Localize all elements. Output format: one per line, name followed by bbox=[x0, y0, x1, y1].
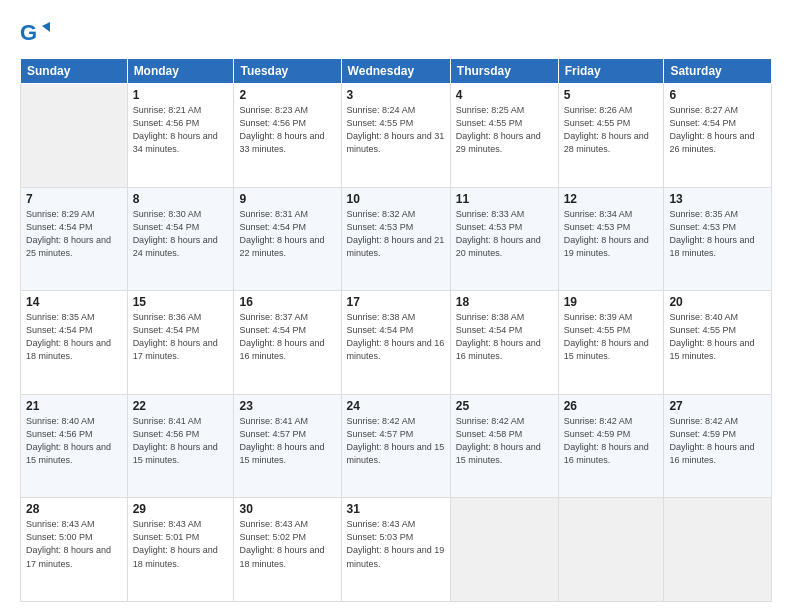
day-number: 25 bbox=[456, 399, 553, 413]
day-cell: 17Sunrise: 8:38 AMSunset: 4:54 PMDayligh… bbox=[341, 291, 450, 395]
svg-text:G: G bbox=[20, 20, 37, 45]
day-number: 19 bbox=[564, 295, 659, 309]
day-cell: 18Sunrise: 8:38 AMSunset: 4:54 PMDayligh… bbox=[450, 291, 558, 395]
day-cell: 13Sunrise: 8:35 AMSunset: 4:53 PMDayligh… bbox=[664, 187, 772, 291]
day-number: 26 bbox=[564, 399, 659, 413]
day-cell: 24Sunrise: 8:42 AMSunset: 4:57 PMDayligh… bbox=[341, 394, 450, 498]
day-cell: 19Sunrise: 8:39 AMSunset: 4:55 PMDayligh… bbox=[558, 291, 664, 395]
day-number: 6 bbox=[669, 88, 766, 102]
day-info: Sunrise: 8:41 AMSunset: 4:56 PMDaylight:… bbox=[133, 415, 229, 467]
day-info: Sunrise: 8:43 AMSunset: 5:03 PMDaylight:… bbox=[347, 518, 445, 570]
day-number: 12 bbox=[564, 192, 659, 206]
week-row-4: 21Sunrise: 8:40 AMSunset: 4:56 PMDayligh… bbox=[21, 394, 772, 498]
day-cell: 8Sunrise: 8:30 AMSunset: 4:54 PMDaylight… bbox=[127, 187, 234, 291]
col-header-friday: Friday bbox=[558, 59, 664, 84]
day-cell: 31Sunrise: 8:43 AMSunset: 5:03 PMDayligh… bbox=[341, 498, 450, 602]
day-info: Sunrise: 8:38 AMSunset: 4:54 PMDaylight:… bbox=[456, 311, 553, 363]
day-cell: 22Sunrise: 8:41 AMSunset: 4:56 PMDayligh… bbox=[127, 394, 234, 498]
logo-icon: G bbox=[20, 18, 50, 48]
day-cell: 28Sunrise: 8:43 AMSunset: 5:00 PMDayligh… bbox=[21, 498, 128, 602]
col-header-monday: Monday bbox=[127, 59, 234, 84]
day-cell: 26Sunrise: 8:42 AMSunset: 4:59 PMDayligh… bbox=[558, 394, 664, 498]
day-info: Sunrise: 8:43 AMSunset: 5:02 PMDaylight:… bbox=[239, 518, 335, 570]
col-header-saturday: Saturday bbox=[664, 59, 772, 84]
day-number: 23 bbox=[239, 399, 335, 413]
day-number: 22 bbox=[133, 399, 229, 413]
day-cell: 30Sunrise: 8:43 AMSunset: 5:02 PMDayligh… bbox=[234, 498, 341, 602]
day-number: 10 bbox=[347, 192, 445, 206]
day-cell: 14Sunrise: 8:35 AMSunset: 4:54 PMDayligh… bbox=[21, 291, 128, 395]
day-number: 18 bbox=[456, 295, 553, 309]
day-number: 15 bbox=[133, 295, 229, 309]
header: G bbox=[20, 18, 772, 48]
day-cell: 29Sunrise: 8:43 AMSunset: 5:01 PMDayligh… bbox=[127, 498, 234, 602]
page: G SundayMondayTuesdayWednesdayThursdayFr… bbox=[0, 0, 792, 612]
day-info: Sunrise: 8:31 AMSunset: 4:54 PMDaylight:… bbox=[239, 208, 335, 260]
day-cell: 25Sunrise: 8:42 AMSunset: 4:58 PMDayligh… bbox=[450, 394, 558, 498]
day-info: Sunrise: 8:42 AMSunset: 4:59 PMDaylight:… bbox=[669, 415, 766, 467]
day-info: Sunrise: 8:29 AMSunset: 4:54 PMDaylight:… bbox=[26, 208, 122, 260]
day-info: Sunrise: 8:43 AMSunset: 5:00 PMDaylight:… bbox=[26, 518, 122, 570]
col-header-sunday: Sunday bbox=[21, 59, 128, 84]
day-cell: 10Sunrise: 8:32 AMSunset: 4:53 PMDayligh… bbox=[341, 187, 450, 291]
day-cell: 16Sunrise: 8:37 AMSunset: 4:54 PMDayligh… bbox=[234, 291, 341, 395]
day-info: Sunrise: 8:36 AMSunset: 4:54 PMDaylight:… bbox=[133, 311, 229, 363]
day-info: Sunrise: 8:34 AMSunset: 4:53 PMDaylight:… bbox=[564, 208, 659, 260]
day-info: Sunrise: 8:37 AMSunset: 4:54 PMDaylight:… bbox=[239, 311, 335, 363]
day-cell: 3Sunrise: 8:24 AMSunset: 4:55 PMDaylight… bbox=[341, 84, 450, 188]
day-number: 16 bbox=[239, 295, 335, 309]
day-cell bbox=[450, 498, 558, 602]
day-cell: 7Sunrise: 8:29 AMSunset: 4:54 PMDaylight… bbox=[21, 187, 128, 291]
day-cell: 1Sunrise: 8:21 AMSunset: 4:56 PMDaylight… bbox=[127, 84, 234, 188]
day-number: 20 bbox=[669, 295, 766, 309]
day-number: 28 bbox=[26, 502, 122, 516]
day-cell: 9Sunrise: 8:31 AMSunset: 4:54 PMDaylight… bbox=[234, 187, 341, 291]
day-info: Sunrise: 8:24 AMSunset: 4:55 PMDaylight:… bbox=[347, 104, 445, 156]
day-cell bbox=[664, 498, 772, 602]
day-number: 11 bbox=[456, 192, 553, 206]
day-number: 3 bbox=[347, 88, 445, 102]
week-row-2: 7Sunrise: 8:29 AMSunset: 4:54 PMDaylight… bbox=[21, 187, 772, 291]
day-info: Sunrise: 8:26 AMSunset: 4:55 PMDaylight:… bbox=[564, 104, 659, 156]
day-cell: 20Sunrise: 8:40 AMSunset: 4:55 PMDayligh… bbox=[664, 291, 772, 395]
day-number: 31 bbox=[347, 502, 445, 516]
week-row-3: 14Sunrise: 8:35 AMSunset: 4:54 PMDayligh… bbox=[21, 291, 772, 395]
col-header-wednesday: Wednesday bbox=[341, 59, 450, 84]
day-number: 13 bbox=[669, 192, 766, 206]
col-header-thursday: Thursday bbox=[450, 59, 558, 84]
day-number: 30 bbox=[239, 502, 335, 516]
day-cell: 2Sunrise: 8:23 AMSunset: 4:56 PMDaylight… bbox=[234, 84, 341, 188]
day-number: 29 bbox=[133, 502, 229, 516]
day-cell: 6Sunrise: 8:27 AMSunset: 4:54 PMDaylight… bbox=[664, 84, 772, 188]
day-info: Sunrise: 8:39 AMSunset: 4:55 PMDaylight:… bbox=[564, 311, 659, 363]
day-number: 14 bbox=[26, 295, 122, 309]
calendar-body: 1Sunrise: 8:21 AMSunset: 4:56 PMDaylight… bbox=[21, 84, 772, 602]
day-info: Sunrise: 8:33 AMSunset: 4:53 PMDaylight:… bbox=[456, 208, 553, 260]
day-info: Sunrise: 8:40 AMSunset: 4:56 PMDaylight:… bbox=[26, 415, 122, 467]
day-cell: 21Sunrise: 8:40 AMSunset: 4:56 PMDayligh… bbox=[21, 394, 128, 498]
day-number: 7 bbox=[26, 192, 122, 206]
day-cell: 11Sunrise: 8:33 AMSunset: 4:53 PMDayligh… bbox=[450, 187, 558, 291]
day-number: 24 bbox=[347, 399, 445, 413]
week-row-5: 28Sunrise: 8:43 AMSunset: 5:00 PMDayligh… bbox=[21, 498, 772, 602]
header-row: SundayMondayTuesdayWednesdayThursdayFrid… bbox=[21, 59, 772, 84]
day-cell: 23Sunrise: 8:41 AMSunset: 4:57 PMDayligh… bbox=[234, 394, 341, 498]
day-info: Sunrise: 8:43 AMSunset: 5:01 PMDaylight:… bbox=[133, 518, 229, 570]
day-cell: 27Sunrise: 8:42 AMSunset: 4:59 PMDayligh… bbox=[664, 394, 772, 498]
day-cell: 12Sunrise: 8:34 AMSunset: 4:53 PMDayligh… bbox=[558, 187, 664, 291]
day-info: Sunrise: 8:35 AMSunset: 4:54 PMDaylight:… bbox=[26, 311, 122, 363]
day-cell: 5Sunrise: 8:26 AMSunset: 4:55 PMDaylight… bbox=[558, 84, 664, 188]
day-info: Sunrise: 8:30 AMSunset: 4:54 PMDaylight:… bbox=[133, 208, 229, 260]
day-cell: 4Sunrise: 8:25 AMSunset: 4:55 PMDaylight… bbox=[450, 84, 558, 188]
day-number: 21 bbox=[26, 399, 122, 413]
day-info: Sunrise: 8:27 AMSunset: 4:54 PMDaylight:… bbox=[669, 104, 766, 156]
day-number: 2 bbox=[239, 88, 335, 102]
week-row-1: 1Sunrise: 8:21 AMSunset: 4:56 PMDaylight… bbox=[21, 84, 772, 188]
day-number: 8 bbox=[133, 192, 229, 206]
calendar-header: SundayMondayTuesdayWednesdayThursdayFrid… bbox=[21, 59, 772, 84]
day-info: Sunrise: 8:35 AMSunset: 4:53 PMDaylight:… bbox=[669, 208, 766, 260]
calendar: SundayMondayTuesdayWednesdayThursdayFrid… bbox=[20, 58, 772, 602]
day-cell bbox=[21, 84, 128, 188]
day-info: Sunrise: 8:21 AMSunset: 4:56 PMDaylight:… bbox=[133, 104, 229, 156]
day-number: 5 bbox=[564, 88, 659, 102]
